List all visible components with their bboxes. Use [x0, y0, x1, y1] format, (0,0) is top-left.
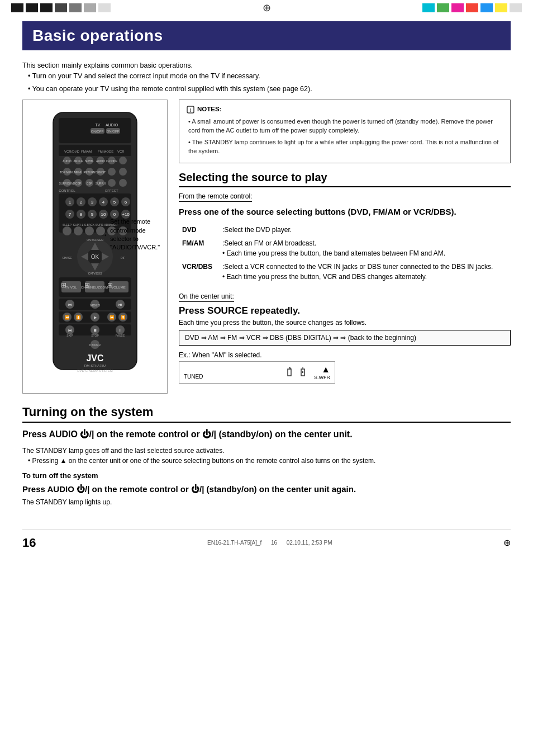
selecting-source-section: Selecting the source to play From the re…: [179, 171, 511, 384]
svg-point-38: [108, 179, 116, 187]
svg-text:5: 5: [113, 200, 116, 205]
footer-code: EN16-21.TH-A75[A]_f 16 02.10.11, 2:53 PM: [207, 540, 332, 546]
svg-text:0: 0: [113, 212, 116, 217]
note-item-2: The STANDBY lamp continues to light up f…: [188, 138, 503, 156]
svg-text:JVC: JVC: [86, 353, 104, 363]
svg-text:8: 8: [80, 212, 83, 217]
svg-text:⏫: ⏫: [76, 315, 81, 320]
svg-text:PAUSE: PAUSE: [116, 334, 125, 337]
turn-on-bullets: Pressing ▲ on the center unit or one of …: [22, 456, 511, 466]
press-instruction: Press one of the source selecting button…: [179, 206, 511, 218]
turning-on-title: Turning on the system: [22, 405, 511, 423]
bar-yellow-1: [495, 3, 507, 12]
notes-icon: !: [186, 105, 195, 114]
svg-text:AUDIO: AUDIO: [63, 159, 72, 163]
svg-text:4: 4: [102, 200, 105, 205]
svg-text:⏩: ⏩: [110, 315, 115, 320]
svg-text:DIMMER: DIMMER: [89, 343, 101, 347]
svg-text:⊞: ⊞: [107, 281, 113, 289]
display-icon-2: [301, 367, 311, 378]
svg-text:SURROUND: SURROUND: [59, 182, 75, 185]
svg-text:ON/OFF: ON/OFF: [107, 130, 120, 133]
bar-black-1: [11, 3, 23, 12]
top-bar: ⊕: [0, 0, 533, 16]
svg-text:SUPR-L: SUPR-L: [73, 223, 84, 226]
svg-text:CATV/DSS: CATV/DSS: [88, 272, 102, 275]
footer: 16 EN16-21.TH-A75[A]_f 16 02.10.11, 2:53…: [22, 530, 511, 550]
bar-dark-1: [55, 3, 67, 12]
bar-cyan-1: [422, 3, 435, 12]
display-level: ▲ S.WFR: [314, 365, 330, 380]
svg-point-29: [119, 168, 127, 176]
svg-text:VCR: VCR: [117, 150, 125, 153]
svg-point-78: [85, 226, 94, 235]
page-number: 16: [22, 536, 36, 550]
two-column-layout: TV AUDIO ON/OFF ON/OFF VCR/DVD FM/AM FM …: [22, 100, 511, 394]
bottom-sections: Turning on the system Press AUDIO ⏻/| on…: [22, 405, 511, 507]
notes-title: ! NOTES:: [186, 105, 503, 114]
standby-lights-up: The STANDBY lamp lights up.: [22, 497, 511, 507]
intro-item-1: Turn on your TV and select the correct i…: [28, 71, 511, 82]
svg-text:⏹: ⏹: [93, 328, 97, 332]
turn-on-instruction: Press AUDIO ⏻/| on the remote control or…: [22, 428, 511, 441]
tuned-label: TUNED: [184, 374, 203, 381]
svg-text:TV: TV: [96, 123, 101, 127]
svg-text:AUDIO: AUDIO: [106, 123, 118, 127]
source-name-fmam: FM/AM: [180, 237, 219, 259]
intro-list: Turn on your TV and select the correct i…: [22, 71, 511, 94]
display-icons: ▲ S.WFR: [287, 365, 330, 380]
bar-magenta-1: [451, 3, 464, 12]
svg-text:EFFECT: EFFECT: [105, 189, 118, 192]
bar-red-1: [466, 3, 478, 12]
svg-point-28: [108, 168, 116, 176]
svg-text:OK: OK: [91, 254, 99, 260]
svg-text:SLEEP: SLEEP: [63, 223, 72, 226]
top-bar-left: [0, 0, 134, 16]
remote-area: TV AUDIO ON/OFF ON/OFF VCR/DVD FM/AM FM …: [22, 100, 168, 394]
remote-label: Set the remote control mode selector to …: [110, 218, 172, 252]
bar-blue-1: [480, 3, 493, 12]
svg-point-39: [119, 179, 127, 187]
source-name-dvd: DVD: [180, 224, 219, 236]
svg-text:VIDEO: VIDEO: [90, 304, 101, 307]
note-item-1: A small amount of power is consumed even…: [188, 117, 503, 135]
svg-text:9: 9: [91, 212, 94, 217]
svg-text:+10: +10: [122, 212, 130, 217]
source-row-dvd: DVD :Select the DVD player.: [180, 224, 510, 236]
svg-text:7: 7: [69, 212, 72, 217]
source-name-vcrdbs: VCR/DBS: [180, 261, 219, 283]
source-sequence-box: DVD ⇒ AM ⇒ FM ⇒ VCR ⇒ DBS (DBS DIGITAL) …: [179, 330, 511, 346]
notes-label: NOTES:: [197, 105, 221, 114]
source-desc-text: Each time you press the button, the sour…: [179, 319, 511, 327]
svg-point-18: [119, 157, 127, 164]
display-area: TUNED ▲: [179, 361, 335, 384]
svg-text:TOP MENU: TOP MENU: [60, 171, 75, 174]
svg-text:SKIP: SKIP: [66, 334, 73, 337]
source-desc-fmam: :Select an FM or AM broadcast. Each time…: [220, 237, 510, 259]
svg-text:SUBTL: SUBTL: [85, 159, 94, 163]
svg-text:ANGLE: ANGLE: [74, 159, 84, 163]
source-row-fmam: FM/AM :Select an FM or AM broadcast. Eac…: [180, 237, 510, 259]
left-column: TV AUDIO ON/OFF ON/OFF VCR/DVD FM/AM FM …: [22, 100, 168, 394]
intro-item-2: You can operate your TV using the remote…: [28, 84, 511, 94]
svg-text:⏮: ⏮: [68, 303, 72, 306]
svg-text:STOP: STOP: [91, 334, 99, 337]
svg-text:S.BACK: S.BACK: [84, 223, 95, 226]
svg-text:⏬: ⏬: [121, 315, 126, 320]
svg-text:CBP: CBP: [87, 182, 93, 185]
svg-text:CONTROL: CONTROL: [59, 189, 75, 192]
svg-text:FM/AM: FM/AM: [81, 150, 92, 153]
svg-text:2: 2: [80, 200, 83, 205]
standby-desc: The STANDBY lamp goes off and the last s…: [22, 446, 511, 466]
display-icon-1: [287, 367, 297, 378]
source-desc-vcrdbs: :Select a VCR connected to the VCR IN ja…: [220, 261, 510, 283]
svg-text:CHASE: CHASE: [62, 256, 72, 259]
svg-point-77: [74, 226, 83, 235]
bar-white-1: [98, 3, 111, 12]
notes-list: A small amount of power is consumed even…: [186, 117, 503, 156]
svg-text:DIGEST: DIGEST: [96, 171, 106, 174]
main-content: Basic operations This section mainly exp…: [0, 16, 533, 561]
source-sequence: DVD ⇒ AM ⇒ FM ⇒ VCR ⇒ DBS (DBS DIGITAL) …: [185, 334, 416, 342]
bar-med-1: [69, 3, 82, 12]
source-desc-dvd: :Select the DVD player.: [220, 224, 510, 236]
